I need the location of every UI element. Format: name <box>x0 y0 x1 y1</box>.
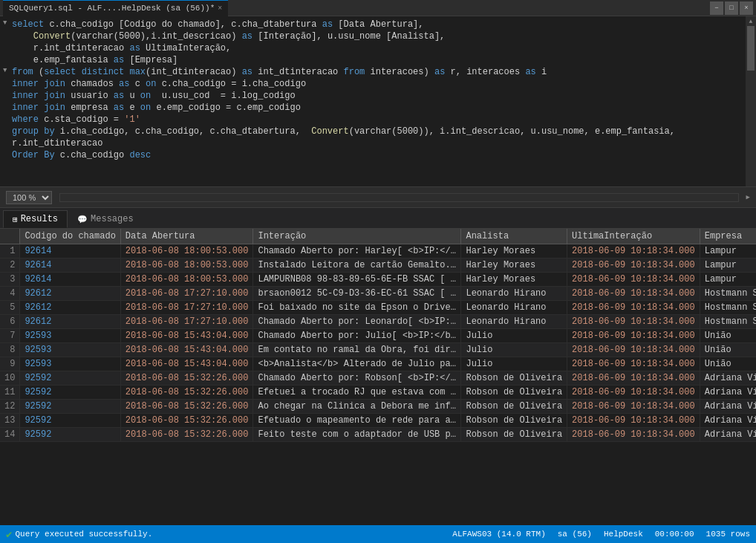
table-cell: 2018-06-08 18:00:53.000 <box>120 273 253 287</box>
code-text: e.emp_fantasia as [Empresa] <box>12 55 743 67</box>
code-line: r.int_dtinteracao <box>0 138 746 150</box>
table-cell: 2018-06-08 15:32:26.000 <box>120 371 253 386</box>
results-area: Codigo do chamadoData AberturaInteraçãoA… <box>0 229 756 525</box>
table-row: 3926142018-06-08 18:00:53.000LAMPURNB08 … <box>0 273 756 287</box>
table-cell: 11 <box>0 386 20 400</box>
table-cell: Robson de Oliveira <box>461 371 567 386</box>
table-row: 8925932018-06-08 15:43:04.000Em contato … <box>0 343 756 357</box>
table-cell: 2018-06-08 18:00:53.000 <box>120 244 253 259</box>
code-line: inner join usuario as u on u.usu_cod = i… <box>0 91 746 103</box>
tab-messages[interactable]: 💬 Messages <box>68 210 143 228</box>
database-info: HelpDesk <box>604 530 643 539</box>
table-cell: 2018-06-08 17:27:10.000 <box>120 301 253 315</box>
table-cell: 2018-06-09 10:18:34.000 <box>567 273 700 287</box>
table-cell: Harley Moraes <box>461 273 567 287</box>
table-cell: 2018-06-08 17:27:10.000 <box>120 315 253 329</box>
code-text: r.int_dtinteracao <box>12 138 743 150</box>
table-cell: Em contato no ramal da Obra, foi direcio… <box>253 343 461 357</box>
table-cell: Chamado Aberto por: Leonardo[ <b>IP:</b>… <box>253 315 461 329</box>
tab-results[interactable]: ⊞ Results <box>3 210 68 228</box>
table-cell: 92614 <box>20 259 120 273</box>
zoom-dropdown[interactable]: 100 % <box>6 191 52 204</box>
table-cell: 92612 <box>20 301 120 315</box>
tab-messages-label: Messages <box>91 214 134 224</box>
table-cell: Foi baixado no site da Epson o Drive da … <box>253 301 461 315</box>
code-line: Order By c.cha_codigo desc <box>0 150 746 162</box>
table-cell: Leonardo Hirano <box>461 301 567 315</box>
code-text: inner join usuario as u on u.usu_cod = i… <box>12 91 743 103</box>
table-cell: Hostmann Steinberg Tintas Grafica <box>700 287 756 301</box>
table-cell: 92592 <box>20 428 120 442</box>
table-cell: Efetuado o mapeamento de rede para a Pal… <box>253 414 461 428</box>
table-cell: Leonardo Hirano <box>461 315 567 329</box>
table-cell: Adriana Vilarinho - Clinica <box>700 400 756 414</box>
table-header-cell: UltimaInteração <box>567 229 700 244</box>
table-cell: Adriana Vilarinho - Clinica <box>700 414 756 428</box>
table-row: 7925932018-06-08 15:43:04.000Chamado Abe… <box>0 329 756 343</box>
scroll-right-arrow[interactable]: ▶ <box>746 193 750 201</box>
tab-close-button[interactable]: × <box>218 4 222 13</box>
table-cell: 1 <box>0 244 20 259</box>
minimize-button[interactable]: − <box>710 1 723 15</box>
table-cell: 2018-06-08 15:43:04.000 <box>120 343 253 357</box>
results-tabs: ⊞ Results 💬 Messages <box>0 208 756 229</box>
code-text: Order By c.cha_codigo desc <box>12 150 743 162</box>
window-controls: − □ × <box>710 1 753 15</box>
table-cell: União <box>700 329 756 343</box>
code-text: where c.sta_codigo = '1' <box>12 114 743 126</box>
table-scroll[interactable]: Codigo do chamadoData AberturaInteraçãoA… <box>0 229 756 525</box>
table-cell: <b>Analista</b> Alterado de Julio para <… <box>253 357 461 371</box>
grid-icon: ⊞ <box>13 215 18 224</box>
code-line: Convert(varchar(5000),i.int_descricao) a… <box>0 31 746 43</box>
table-cell: Chamado Aberto por: Harley[ <b>IP:</b>19… <box>253 244 461 259</box>
table-header-cell: Codigo do chamado <box>20 229 120 244</box>
editor-tab[interactable]: SQLQuery1.sql - ALF....HelpDesk (sa (56)… <box>3 0 228 16</box>
table-row: 14925922018-06-08 15:32:26.000Feito test… <box>0 428 756 442</box>
table-row: 5926122018-06-08 17:27:10.000Foi baixado… <box>0 301 756 315</box>
time-info: 00:00:00 <box>655 530 694 539</box>
tab-label: SQLQuery1.sql - ALF....HelpDesk (sa (56)… <box>9 4 215 13</box>
close-window-button[interactable]: × <box>740 1 753 15</box>
table-cell: Robson de Oliveira <box>461 386 567 400</box>
table-cell: 2018-06-08 15:43:04.000 <box>120 357 253 371</box>
table-cell: Harley Moraes <box>461 244 567 259</box>
table-cell: 2018-06-08 15:32:26.000 <box>120 428 253 442</box>
table-row: 13925922018-06-08 15:32:26.000Efetuado o… <box>0 414 756 428</box>
table-cell: 92592 <box>20 400 120 414</box>
table-cell: 6 <box>0 315 20 329</box>
table-row: 2926142018-06-08 18:00:53.000Instalado L… <box>0 259 756 273</box>
code-text: select c.cha_codigo [Codigo do chamado],… <box>12 19 743 31</box>
table-cell: brsaon0012 5C-C9-D3-36-EC-61 SSAC [ 192.… <box>253 287 461 301</box>
table-cell: 92592 <box>20 386 120 400</box>
table-cell: 2018-06-09 10:18:34.000 <box>567 244 700 259</box>
code-editor[interactable]: ▼select c.cha_codigo [Codigo do chamado]… <box>0 16 756 187</box>
scroll-thumb[interactable] <box>747 26 755 71</box>
table-cell: 92593 <box>20 329 120 343</box>
editor-scrollbar[interactable]: ▲ <box>746 16 756 186</box>
zoom-bar: 100 % ▶ <box>0 187 756 208</box>
query-status: ✔ Query executed successfully. <box>6 528 152 541</box>
table-cell: Hostmann Steinberg Tintas Grafica <box>700 315 756 329</box>
user-info: sa (56) <box>558 530 592 539</box>
table-cell: Chamado Aberto por: Robson[ <b>IP:</b>18… <box>253 371 461 386</box>
server-info: ALFAWS03 (14.0 RTM) <box>452 530 545 539</box>
restore-button[interactable]: □ <box>725 1 738 15</box>
code-lines: ▼select c.cha_codigo [Codigo do chamado]… <box>0 16 756 165</box>
code-text: inner join chamados as c on c.cha_codigo… <box>12 79 743 91</box>
horizontal-scrollbar[interactable] <box>59 193 739 202</box>
table-cell: Robson de Oliveira <box>461 400 567 414</box>
table-header-cell: Analista <box>461 229 567 244</box>
table-cell: 2 <box>0 259 20 273</box>
table-cell: 2018-06-08 15:32:26.000 <box>120 400 253 414</box>
scroll-up-arrow[interactable]: ▲ <box>749 18 753 25</box>
table-cell: Julio <box>461 343 567 357</box>
table-cell: 2018-06-09 10:18:34.000 <box>567 287 700 301</box>
table-cell: 92593 <box>20 357 120 371</box>
table-cell: Lampur <box>700 259 756 273</box>
table-header-cell: Empresa <box>700 229 756 244</box>
table-cell: Instalado Leitora de cartão Gemalto. Adm… <box>253 259 461 273</box>
table-row: 10925922018-06-08 15:32:26.000Chamado Ab… <box>0 371 756 386</box>
code-text: group by i.cha_codigo, c.cha_codigo, c.c… <box>12 126 743 138</box>
table-cell: 2018-06-09 10:18:34.000 <box>567 329 700 343</box>
table-cell: Robson de Oliveira <box>461 414 567 428</box>
